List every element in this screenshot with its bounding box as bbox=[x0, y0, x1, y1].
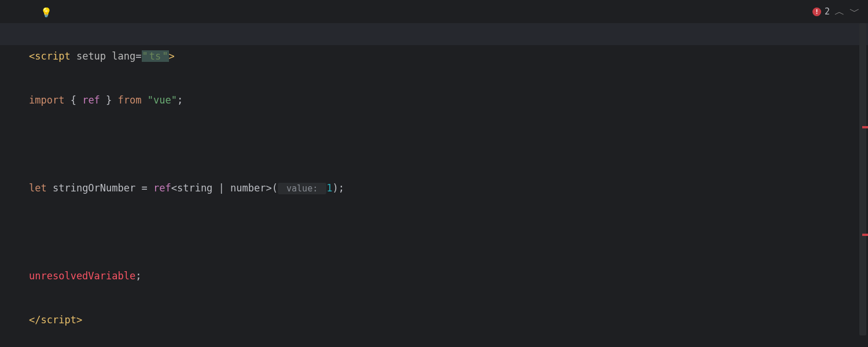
error-icon: ! bbox=[812, 8, 821, 16]
code-line: </script> bbox=[29, 309, 856, 331]
inspection-bar: ! 2 ︿ ﹀ bbox=[812, 5, 860, 19]
inlay-hint: value: bbox=[278, 183, 326, 194]
error-marker[interactable] bbox=[862, 234, 868, 236]
code-line bbox=[29, 221, 856, 243]
code-editor[interactable]: <script setup lang="ts"> import { ref } … bbox=[29, 23, 856, 347]
code-line: unresolvedVariable; bbox=[29, 265, 856, 287]
code-line: let stringOrNumber = ref<string | number… bbox=[29, 177, 856, 199]
error-token: unresolvedVariable bbox=[29, 270, 135, 282]
error-badge[interactable]: ! 2 bbox=[812, 6, 830, 17]
error-count: 2 bbox=[825, 6, 830, 17]
scrollbar[interactable] bbox=[859, 23, 866, 335]
next-error-button[interactable]: ﹀ bbox=[849, 5, 860, 19]
code-line: <script setup lang="ts"> bbox=[29, 45, 856, 67]
code-line bbox=[29, 133, 856, 155]
error-marker[interactable] bbox=[862, 126, 868, 128]
code-line: import { ref } from "vue"; bbox=[29, 89, 856, 111]
lightbulb-icon[interactable]: 💡 bbox=[41, 7, 52, 18]
prev-error-button[interactable]: ︿ bbox=[834, 5, 845, 19]
